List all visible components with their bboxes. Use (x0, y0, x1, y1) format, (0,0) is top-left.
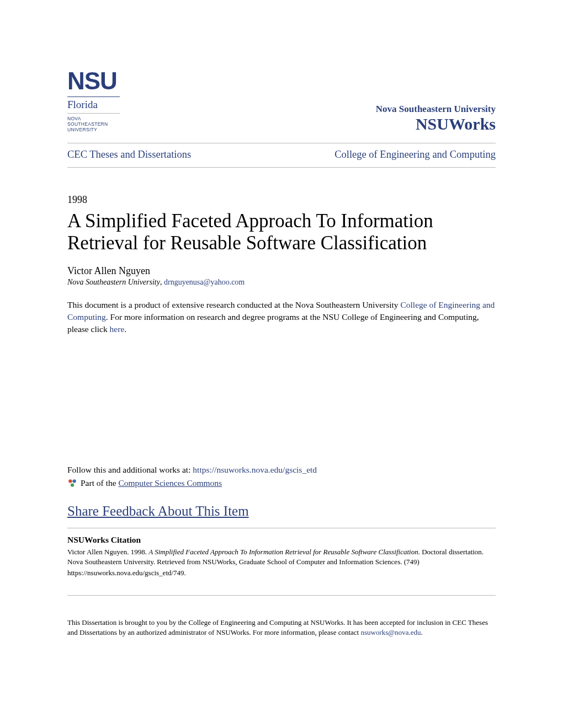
publication-year: 1998 (67, 194, 496, 206)
svg-point-2 (71, 484, 74, 487)
footer-text-1: This Dissertation is brought to you by t… (67, 618, 488, 636)
paper-title: A Simplified Faceted Approach To Informa… (67, 210, 496, 255)
divider-feedback (67, 528, 496, 528)
breadcrumb-row: CEC Theses and Dissertations College of … (67, 143, 496, 167)
header-row: NSU Florida NOVA SOUTHEASTERN UNIVERSITY… (67, 69, 496, 133)
network-icon (67, 478, 77, 488)
logo-subtext: NOVA SOUTHEASTERN UNIVERSITY (67, 113, 120, 133)
logo-nsu-text: NSU (67, 69, 120, 93)
commons-link[interactable]: Computer Sciences Commons (118, 478, 222, 488)
footer-text-2: . (421, 628, 423, 636)
author-name: Victor Allen Nguyen (67, 265, 496, 277)
logo-florida-text: Florida (67, 97, 120, 111)
follow-line: Follow this and additional works at: htt… (67, 465, 496, 475)
footer-email-link[interactable]: nsuworks@nova.edu (360, 628, 421, 636)
svg-point-0 (68, 479, 72, 483)
intro-text-3: . (124, 324, 126, 334)
citation-author-year: Victor Allen Nguyen. 1998. (67, 548, 148, 556)
repository-university: Nova Southeastern University (376, 104, 496, 115)
collection-link[interactable]: CEC Theses and Dissertations (67, 149, 191, 160)
intro-text-2: . For more information on research and d… (67, 312, 479, 334)
repository-block: Nova Southeastern University NSUWorks (376, 104, 496, 133)
citation-body: Victor Allen Nguyen. 1998. A Simplified … (67, 547, 496, 567)
footer-note: This Dissertation is brought to you by t… (67, 618, 496, 638)
follow-section: Follow this and additional works at: htt… (67, 465, 496, 488)
affiliation-line: Nova Southeastern University, drnguyenus… (67, 278, 496, 287)
citation-title: A Simplified Faceted Approach To Informa… (148, 548, 420, 556)
divider-citation (67, 595, 496, 596)
follow-url-link[interactable]: https://nsuworks.nova.edu/gscis_etd (193, 465, 317, 474)
affiliation: Nova Southeastern University (67, 278, 160, 286)
here-link[interactable]: here (110, 324, 125, 334)
follow-label: Follow this and additional works at: (67, 465, 193, 474)
svg-point-1 (72, 479, 76, 483)
divider-nav (67, 167, 496, 168)
citation-heading: NSUWorks Citation (67, 535, 496, 545)
partof-label: Part of the (81, 478, 118, 488)
intro-paragraph: This document is a product of extensive … (67, 299, 496, 335)
institution-logo: NSU Florida NOVA SOUTHEASTERN UNIVERSITY (67, 69, 120, 133)
citation-url: https://nsuworks.nova.edu/gscis_etd/749. (67, 568, 496, 578)
author-email-link[interactable]: drnguyenusa@yahoo.com (164, 278, 245, 286)
intro-text-1: This document is a product of extensive … (67, 300, 400, 309)
feedback-link[interactable]: Share Feedback About This Item (67, 504, 496, 519)
college-link[interactable]: College of Engineering and Computing (334, 149, 496, 160)
partof-line: Part of the Computer Sciences Commons (67, 478, 496, 488)
repository-name: NSUWorks (376, 115, 496, 133)
